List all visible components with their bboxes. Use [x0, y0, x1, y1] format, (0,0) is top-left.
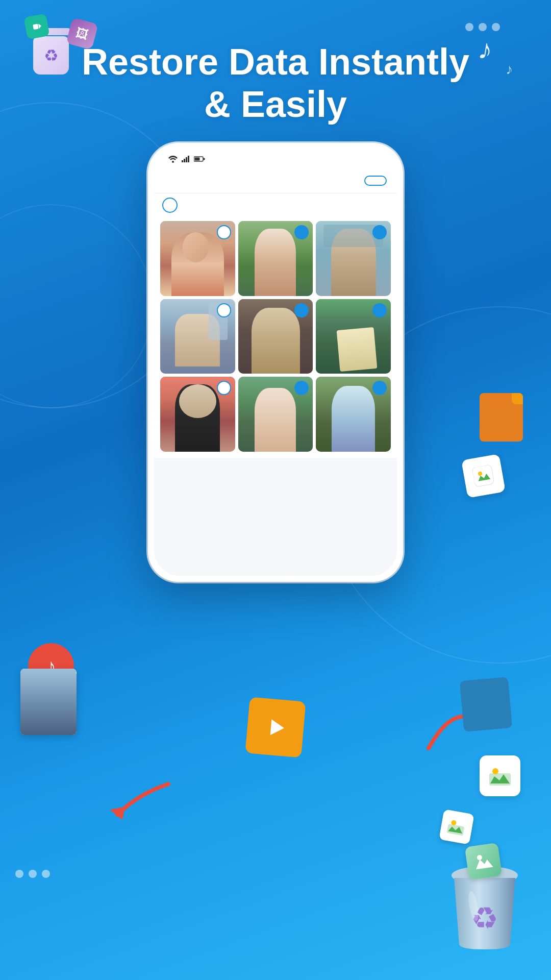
red-arrow-left [102, 779, 173, 822]
status-bar [154, 149, 397, 168]
photo-check-6[interactable] [372, 303, 387, 317]
photo-item-4[interactable] [160, 299, 235, 374]
photo-item-6[interactable] [316, 299, 391, 374]
svg-rect-12 [474, 467, 492, 484]
ppt-file-icon [480, 393, 531, 449]
select-all-row[interactable] [154, 193, 397, 221]
svg-rect-1 [33, 24, 39, 30]
svg-marker-20 [110, 807, 125, 820]
svg-rect-18 [489, 773, 511, 786]
music-float-note: ♪ [74, 669, 77, 677]
main-headline: Restore Data Instantly & Easily [71, 41, 480, 126]
photo-grid [154, 221, 397, 458]
svg-rect-10 [204, 158, 205, 160]
svg-point-3 [172, 161, 174, 163]
svg-point-19 [492, 768, 498, 774]
photo-check-7[interactable] [217, 381, 231, 395]
image-float-icon-bottom [480, 755, 520, 796]
decorative-dots-top [465, 23, 500, 31]
svg-rect-6 [186, 157, 187, 162]
small-image-icon-2 [465, 843, 502, 880]
phone-mockup [148, 143, 403, 582]
svg-rect-4 [182, 160, 183, 162]
small-image-icon-1 [439, 809, 474, 845]
decorative-dots-bottom [15, 870, 50, 878]
select-all-radio[interactable] [162, 198, 178, 213]
recover-button[interactable] [364, 176, 387, 186]
battery-icon [194, 155, 205, 164]
photo-item-9[interactable] [316, 377, 391, 452]
photo-item-8[interactable] [238, 377, 313, 452]
photo-check-3[interactable] [372, 225, 387, 239]
signal-icon [182, 155, 190, 164]
photo-check-5[interactable] [294, 303, 309, 317]
wifi-icon [168, 156, 178, 164]
word-file-icon [460, 677, 512, 732]
photo-item-1[interactable] [160, 221, 235, 296]
app-bar [154, 168, 397, 193]
svg-rect-9 [195, 158, 200, 161]
photo-item-3[interactable] [316, 221, 391, 296]
photo-float-bottom-left: ♪ [20, 669, 77, 735]
video-float-icon-tl [24, 14, 50, 40]
video-play-float-icon [245, 697, 306, 757]
header-section: Restore Data Instantly & Easily [0, 41, 551, 126]
svg-point-28 [477, 854, 482, 860]
svg-rect-5 [184, 159, 185, 162]
photo-item-7[interactable] [160, 377, 235, 452]
photo-item-2[interactable] [238, 221, 313, 296]
svg-rect-7 [188, 156, 189, 162]
photo-check-1[interactable] [217, 225, 231, 239]
photo-item-5[interactable] [238, 299, 313, 374]
image-file-icon-right [461, 454, 506, 498]
photo-check-4[interactable] [217, 303, 231, 317]
